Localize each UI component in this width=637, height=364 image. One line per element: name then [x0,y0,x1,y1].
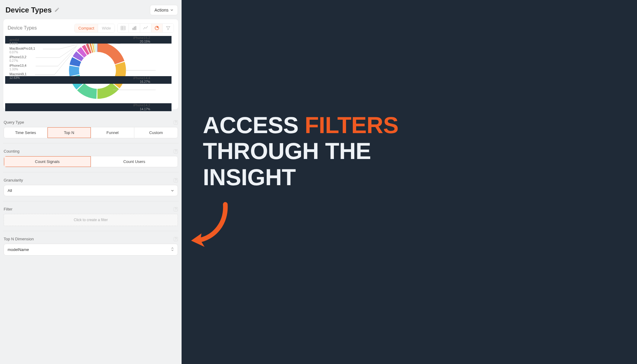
wide-button[interactable]: Wide [98,24,115,32]
label-right-0: iPhone15,2 20.15% [5,36,172,44]
label-left-1: MacBookPro18,1 0.07% [9,47,35,54]
label-pct: 0.01% [9,42,19,46]
counting-segment: Count Signals Count Users [4,156,178,167]
line-chart-button[interactable] [140,24,151,32]
granularity-select[interactable]: All [4,185,178,196]
section-label: Granularity [4,178,23,182]
label-pct: 12.63% [9,76,27,80]
promo-headline: ACCESS FILTERS THROUGH THE INSIGHT [203,112,616,190]
chevron-down-icon [171,189,174,192]
insight-panel: Device Types Actions Device Types Compac… [0,0,182,364]
filter-button[interactable] [162,24,174,32]
label-left-4: Macmini9,1 12.63% [9,72,27,80]
label-left-0: arm64 0.01% [9,38,19,46]
card-header: Device Types Compact Wide [8,23,174,33]
topn-dimension-section: Top N Dimension ? modelName [3,231,179,259]
section-header: Granularity ? [4,175,178,185]
view-mode-segment: Compact Wide [74,24,115,33]
label-name: iPhone13,2 [9,55,27,59]
compact-button[interactable]: Compact [75,24,98,32]
page-title: Device Types [5,6,52,14]
promo-word: THROUGH THE [203,138,371,164]
actions-button[interactable]: Actions [150,5,178,15]
label-name: iPhone13,4 [9,64,27,68]
label-pct: 14.17% [27,108,150,111]
query-type-funnel[interactable]: Funnel [91,127,134,138]
label-name: iPhone14,4 [27,76,150,80]
section-header: Top N Dimension ? [4,234,178,244]
label-left-2: iPhone13,2 0.27% [9,55,27,63]
svg-rect-4 [133,28,133,30]
counting-signals[interactable]: Count Signals [4,156,91,167]
granularity-value: All [8,188,12,193]
granularity-section: Granularity ? All [3,172,179,199]
query-type-segment: Time Series Top N Funnel Custom [4,127,178,138]
help-icon[interactable]: ? [174,120,178,125]
label-name: arm64 [9,38,19,42]
donut-chart [59,37,136,104]
label-pct: 0.27% [9,59,27,63]
label-pct: 20.15% [27,40,150,44]
actions-label: Actions [154,8,168,12]
pencil-icon[interactable] [54,7,60,13]
query-type-top-n[interactable]: Top N [47,127,91,138]
stepper-caret-icon [171,247,174,252]
label-name: iPhone14,2 [27,103,150,107]
section-label: Top N Dimension [4,237,34,241]
label-pct: 16.27% [27,80,150,84]
help-icon[interactable]: ? [174,237,178,241]
topn-dimension-value: modelName [8,247,29,252]
page-title-wrap: Device Types [5,6,60,14]
svg-rect-0 [121,26,125,30]
query-type-section: Query Type ? Time Series Top N Funnel Cu… [3,115,179,141]
table-view-button[interactable] [118,24,129,32]
section-header: Filter ? [4,204,178,214]
label-name: iPhone15,2 [27,36,150,40]
section-header: Query Type ? [4,118,178,127]
svg-rect-6 [135,26,136,30]
promo-word: INSIGHT [203,164,296,190]
label-name: MacBookPro18,1 [9,47,35,51]
label-left-3: iPhone13,4 1.33% [9,64,27,71]
filter-section: Filter ? Click to create a filter [3,201,179,229]
section-label: Query Type [4,120,24,125]
counting-users[interactable]: Count Users [91,156,178,167]
bar-chart-button[interactable] [129,24,140,32]
svg-rect-5 [134,27,135,30]
page-header: Device Types Actions [3,3,179,19]
arrow-icon [186,199,616,252]
topn-dimension-select[interactable]: modelName [4,244,178,256]
label-pct: 0.07% [9,51,35,54]
help-icon[interactable]: ? [174,178,178,182]
section-label: Counting [4,149,19,154]
label-right-1: iPhone14,4 16.27% [5,76,172,84]
section-header: Counting ? [4,147,178,156]
query-type-time-series[interactable]: Time Series [4,127,47,138]
help-icon[interactable]: ? [174,149,178,154]
create-filter-box[interactable]: Click to create a filter [4,214,178,226]
promo-panel: ACCESS FILTERS THROUGH THE INSIGHT [182,0,637,364]
help-icon[interactable]: ? [174,207,178,211]
card-controls: Compact Wide [74,23,174,33]
chart-area: iPhone15,2 20.15% iPhone14,4 16.27% iPho… [8,35,174,105]
label-right-2: iPhone14,2 14.17% [5,103,172,111]
card-title: Device Types [8,25,37,31]
chart-card: Device Types Compact Wide [3,19,179,110]
promo-word: ACCESS [203,112,305,138]
chart-type-segment [117,23,174,33]
section-label: Filter [4,207,12,211]
label-pct: 1.33% [9,68,27,71]
promo-word-highlight: FILTERS [305,112,398,138]
pie-chart-button[interactable] [151,24,162,32]
label-name: Macmini9,1 [9,72,27,76]
query-type-custom[interactable]: Custom [134,127,178,138]
chevron-down-icon [170,9,173,12]
counting-section: Counting ? Count Signals Count Users [3,143,179,170]
